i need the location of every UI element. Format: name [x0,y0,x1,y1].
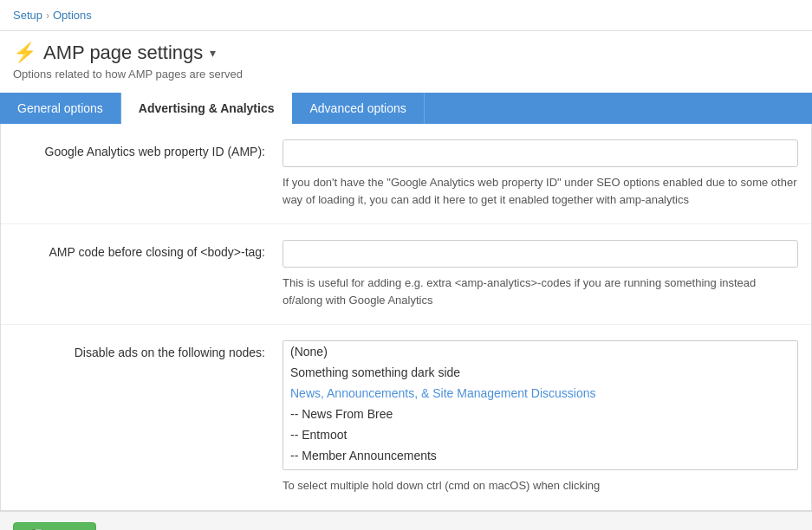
footer-bar: 💾 Save [0,511,812,531]
label-amp-code: AMP code before closing of <body>-tag: [14,240,283,259]
form-row-google-analytics: Google Analytics web property ID (AMP): … [1,124,811,224]
tab-advertising[interactable]: Advertising & Analytics [121,93,293,124]
option-news-bree[interactable]: -- News From Bree [283,404,797,424]
form-row-disable-ads: Disable ads on the following nodes: (Non… [1,325,811,510]
input-amp-code[interactable] [283,240,798,268]
title-dropdown-icon[interactable]: ▾ [210,46,216,60]
select-disable-ads[interactable]: (None) Something something dark side New… [283,340,798,470]
lightning-icon: ⚡ [13,42,36,64]
content-area: Google Analytics web property ID (AMP): … [0,124,812,511]
help-disable-ads: To select multiple hold down ctrl (cmd o… [283,477,798,494]
option-new-members[interactable]: ---- New Members [283,466,797,470]
page-header: ⚡ AMP page settings ▾ Options related to… [0,31,812,93]
option-none[interactable]: (None) [283,341,797,362]
option-member-announce[interactable]: -- Member Announcements [283,445,797,466]
field-amp-code: This is useful for adding e.g. extra <am… [283,240,798,308]
page-title: ⚡ AMP page settings ▾ [13,42,799,64]
form-row-amp-code: AMP code before closing of <body>-tag: T… [1,224,811,325]
tab-advanced[interactable]: Advanced options [292,93,424,124]
label-google-analytics: Google Analytics web property ID (AMP): [14,139,283,158]
option-dark-side[interactable]: Something something dark side [283,362,797,383]
input-google-analytics[interactable] [283,139,798,167]
page-title-text: AMP page settings [43,42,203,64]
option-news-announce[interactable]: News, Announcements, & Site Management D… [283,383,797,404]
page-subtitle: Options related to how AMP pages are ser… [13,68,799,89]
help-amp-code: This is useful for adding e.g. extra <am… [283,275,798,308]
tabs-bar: General options Advertising & Analytics … [0,93,812,124]
field-disable-ads: (None) Something something dark side New… [283,340,798,494]
breadcrumb-sep-1: › [46,10,49,22]
field-google-analytics: If you don't have the "Google Analytics … [283,139,798,208]
breadcrumb-setup[interactable]: Setup [13,9,42,22]
label-disable-ads: Disable ads on the following nodes: [14,340,283,359]
save-button[interactable]: 💾 Save [13,522,96,531]
breadcrumb: Setup › Options [0,0,812,31]
breadcrumb-options[interactable]: Options [53,9,92,22]
help-google-analytics: If you don't have the "Google Analytics … [283,174,798,208]
tab-general[interactable]: General options [0,93,121,124]
option-entmoot[interactable]: -- Entmoot [283,424,797,445]
